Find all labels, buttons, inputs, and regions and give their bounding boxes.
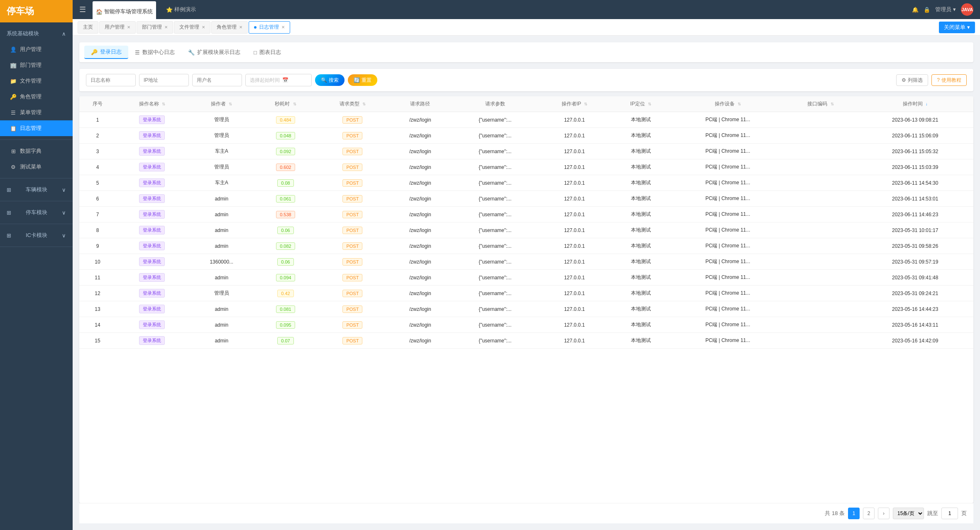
notification-icon[interactable]: 🔔 <box>912 7 919 13</box>
cell-ip-loc: 本地测试 <box>610 128 671 144</box>
sidebar-vehicle-label: 车辆模块 <box>26 186 47 193</box>
col-op-name[interactable]: 操作名称 ⇅ <box>116 96 188 112</box>
cell-op-ip: 127.0.0.1 <box>539 254 611 270</box>
sidebar-item-test[interactable]: ⚙ 测试菜单 <box>0 159 73 175</box>
tab-dept-close[interactable]: ✕ <box>164 25 168 29</box>
sub-tab-chart[interactable]: □ 图表日志 <box>247 46 288 59</box>
col-ip-loc[interactable]: IP定位 ⇅ <box>610 96 671 112</box>
tab-dept[interactable]: 部门管理 ✕ <box>137 21 173 34</box>
table-row: 10 登录系统 1360000... 0.06 POST /zwz/login … <box>79 254 973 270</box>
tab-file-close[interactable]: ✕ <box>202 25 205 29</box>
tab-role-label: 角色管理 <box>217 24 237 31</box>
cell-op-device: PC端 | Chrome 11... <box>671 112 784 128</box>
cell-interface-code <box>784 144 857 159</box>
topbar-user-label[interactable]: 管理员 ▾ <box>935 6 956 13</box>
sub-tab-extend[interactable]: 🔧 扩展模块展示日志 <box>181 46 247 59</box>
sidebar-item-datadict[interactable]: ⊞ 数据字典 <box>0 143 73 159</box>
datacenter-tab-icon: ☰ <box>135 49 140 56</box>
cell-op-user: admin <box>188 317 255 333</box>
topbar-nav-demo[interactable]: ⭐ 样例演示 <box>163 0 199 19</box>
cell-ip-loc: 本地测试 <box>610 301 671 317</box>
cell-req-params: {"username":... <box>452 159 539 175</box>
cell-op-time: 2023-05-31 09:41:48 <box>857 270 973 286</box>
sidebar-item-file[interactable]: 📁 文件管理 <box>0 73 73 89</box>
file-icon: 📁 <box>10 78 17 84</box>
sidebar-vehicle-header[interactable]: ⊞ 车辆模块 ∨ <box>0 182 73 198</box>
sidebar-item-user[interactable]: 👤 用户管理 <box>0 42 73 57</box>
cell-interface-code <box>784 238 857 254</box>
columns-filter-button[interactable]: ⚙ 列筛选 <box>896 74 928 86</box>
tab-home[interactable]: 主页 <box>78 21 98 34</box>
tab-file[interactable]: 文件管理 ✕ <box>174 21 210 34</box>
tab-role-close[interactable]: ✕ <box>239 25 242 29</box>
col-op-time[interactable]: 操作时间 ↓ <box>857 96 973 112</box>
col-req-type[interactable]: 请求类型 ⇅ <box>316 96 389 112</box>
reset-button[interactable]: 🔄 重置 <box>348 74 377 86</box>
log-name-input[interactable] <box>86 74 136 86</box>
hamburger-icon[interactable]: ☰ <box>79 5 86 14</box>
col-seq: 序号 <box>79 96 116 112</box>
date-picker[interactable]: 选择起始时间 📅 <box>245 74 312 86</box>
col-op-user[interactable]: 操作者 ⇅ <box>188 96 255 112</box>
cell-req-path: /zwz/login <box>389 128 452 144</box>
reset-icon: 🔄 <box>354 77 360 83</box>
col-op-ip[interactable]: 操作者IP ⇅ <box>539 96 611 112</box>
cell-interface-code <box>784 333 857 349</box>
sidebar-parking-label: 停车模块 <box>26 209 47 216</box>
sub-tab-datacenter[interactable]: ☰ 数据中心日志 <box>128 46 181 59</box>
cell-req-path: /zwz/login <box>389 175 452 191</box>
question-icon: ? <box>937 77 940 83</box>
filter-right-actions: ⚙ 列筛选 ? 使用教程 <box>896 74 967 86</box>
cell-op-ip: 127.0.0.1 <box>539 159 611 175</box>
tabbar: 主页 用户管理 ✕ 部门管理 ✕ 文件管理 ✕ 角色管理 ✕ 日志管理 ✕ 关闭… <box>73 19 980 36</box>
tab-user[interactable]: 用户管理 ✕ <box>99 21 136 34</box>
cell-interface-code <box>784 191 857 207</box>
cell-op-user: admin <box>188 238 255 254</box>
lock-icon[interactable]: 🔒 <box>924 7 930 13</box>
cell-duration: 0.08 <box>255 175 316 191</box>
username-input[interactable] <box>192 74 242 86</box>
tab-user-close[interactable]: ✕ <box>127 25 130 29</box>
cell-ip-loc: 本地测试 <box>610 286 671 301</box>
sidebar-parking-header[interactable]: ⊞ 停车模块 ∨ <box>0 205 73 220</box>
cell-op-device: PC端 | Chrome 11... <box>671 128 784 144</box>
page-jump-input[interactable] <box>941 508 958 519</box>
page-btn-2[interactable]: 2 <box>863 508 875 519</box>
logo-area: 停车场 <box>0 0 73 22</box>
cell-op-ip: 127.0.0.1 <box>539 333 611 349</box>
tab-log[interactable]: 日志管理 ✕ <box>249 21 290 34</box>
sidebar-item-role[interactable]: 🔑 角色管理 <box>0 89 73 105</box>
cell-duration: 0.094 <box>255 270 316 286</box>
cell-op-name: 登录系统 <box>116 144 188 159</box>
col-op-device[interactable]: 操作设备 ⇅ <box>671 96 784 112</box>
search-icon: 🔍 <box>321 77 327 83</box>
page-btn-1[interactable]: 1 <box>848 508 860 519</box>
tutorial-button[interactable]: ? 使用教程 <box>931 74 967 86</box>
cell-req-type: POST <box>316 333 389 349</box>
sidebar-section-header[interactable]: 系统基础模块 ∧ <box>0 26 73 42</box>
per-page-select[interactable]: 15条/页 <box>893 508 924 519</box>
cell-op-time: 2023-05-31 09:58:26 <box>857 238 973 254</box>
cell-op-time: 2023-05-16 14:42:09 <box>857 333 973 349</box>
col-duration[interactable]: 秒耗时 ⇅ <box>255 96 316 112</box>
main-area: ☰ 🏠 智能停车场管理系统 ⭐ 样例演示 🔔 🔒 管理员 ▾ JAVA 主页 用… <box>73 0 980 530</box>
sidebar-ic-header[interactable]: ⊞ IC卡模块 ∨ <box>0 227 73 243</box>
tab-log-close[interactable]: ✕ <box>281 25 285 29</box>
search-button[interactable]: 🔍 搜索 <box>315 74 345 86</box>
date-placeholder: 选择起始时间 <box>250 77 280 84</box>
sub-tab-extend-label: 扩展模块展示日志 <box>197 49 240 56</box>
cell-req-type: POST <box>316 286 389 301</box>
page-btn-next[interactable]: › <box>878 508 890 519</box>
sidebar-item-menu[interactable]: ☰ 菜单管理 <box>0 105 73 120</box>
col-interface-code[interactable]: 接口编码 ⇅ <box>784 96 857 112</box>
sidebar-item-dept[interactable]: 🏢 部门管理 <box>0 57 73 73</box>
sidebar-item-log[interactable]: 📋 日志管理 <box>0 120 73 136</box>
topbar-nav-system[interactable]: 🏠 智能停车场管理系统 <box>93 1 156 20</box>
cell-op-time: 2023-05-16 14:44:23 <box>857 301 973 317</box>
sub-tab-login[interactable]: 🔑 登录日志 <box>84 46 128 59</box>
cell-op-ip: 127.0.0.1 <box>539 144 611 159</box>
close-menu-button[interactable]: 关闭菜单 ▾ <box>939 22 975 33</box>
cell-ip-loc: 本地测试 <box>610 317 671 333</box>
ip-input[interactable] <box>139 74 189 86</box>
tab-role[interactable]: 角色管理 ✕ <box>211 21 248 34</box>
